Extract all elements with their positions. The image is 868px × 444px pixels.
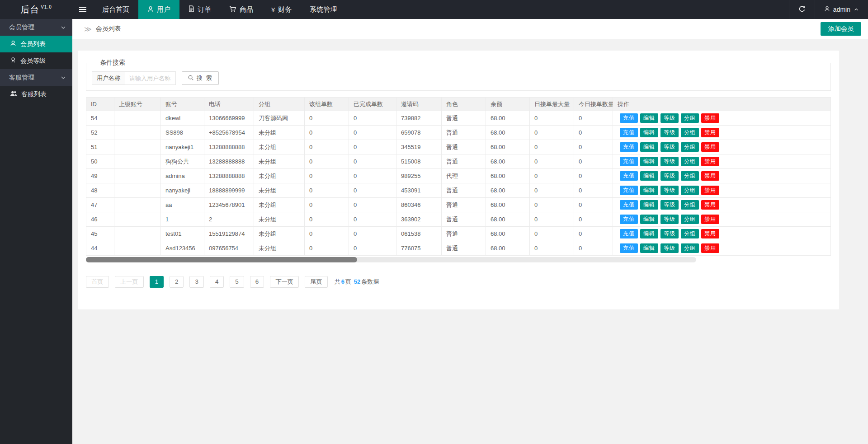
- cell-today-orders: 0: [574, 154, 613, 169]
- page-button-下一页[interactable]: 下一页: [270, 276, 299, 288]
- level-button[interactable]: 等级: [660, 243, 679, 253]
- level-button[interactable]: 等级: [660, 229, 679, 238]
- recharge-button[interactable]: 充值: [620, 186, 638, 195]
- recharge-button[interactable]: 充值: [620, 142, 638, 152]
- cell-actions: 充值编辑等级分组禁用: [613, 126, 831, 140]
- page-button-6[interactable]: 6: [250, 276, 264, 288]
- disable-button[interactable]: 禁用: [701, 186, 719, 195]
- member-table: ID上级账号账号电话分组该组单数已完成单数邀请码角色余额日接单最大量今日接单数量…: [86, 97, 831, 256]
- level-button[interactable]: 等级: [660, 113, 679, 123]
- username-input[interactable]: [125, 71, 176, 85]
- page-button-首页: 首页: [86, 276, 109, 288]
- edit-button[interactable]: 编辑: [640, 171, 658, 181]
- refresh-icon: [798, 5, 806, 14]
- group-button[interactable]: 分组: [681, 200, 699, 210]
- table-row: 51nanyakeji113288888888未分组00345519普通68.0…: [86, 140, 831, 154]
- level-button[interactable]: 等级: [660, 157, 679, 166]
- sidebar-group-service-mgmt[interactable]: 客服管理: [0, 69, 72, 86]
- disable-button[interactable]: 禁用: [701, 229, 719, 238]
- nav-item-orders[interactable]: 订单: [179, 0, 220, 19]
- recharge-button[interactable]: 充值: [620, 215, 638, 224]
- group-button[interactable]: 分组: [681, 243, 699, 253]
- edit-button[interactable]: 编辑: [640, 113, 658, 123]
- group-button[interactable]: 分组: [681, 157, 699, 166]
- group-button[interactable]: 分组: [681, 186, 699, 195]
- level-button[interactable]: 等级: [660, 215, 679, 224]
- horizontal-scrollbar-thumb[interactable]: [86, 257, 357, 262]
- level-button[interactable]: 等级: [660, 128, 679, 137]
- edit-button[interactable]: 编辑: [640, 243, 658, 253]
- page-button-尾页[interactable]: 尾页: [305, 276, 328, 288]
- admin-menu[interactable]: admin: [815, 0, 868, 19]
- group-button[interactable]: 分组: [681, 215, 699, 224]
- recharge-button[interactable]: 充值: [620, 200, 638, 210]
- edit-button[interactable]: 编辑: [640, 128, 658, 137]
- disable-button[interactable]: 禁用: [701, 157, 719, 166]
- level-button[interactable]: 等级: [660, 142, 679, 152]
- disable-button[interactable]: 禁用: [701, 200, 719, 210]
- sidebar-group-label: 会员管理: [9, 23, 34, 32]
- edit-button[interactable]: 编辑: [640, 157, 658, 166]
- recharge-button[interactable]: 充值: [620, 128, 638, 137]
- disable-button[interactable]: 禁用: [701, 128, 719, 137]
- group-button[interactable]: 分组: [681, 229, 699, 238]
- recharge-button[interactable]: 充值: [620, 171, 638, 181]
- edit-button[interactable]: 编辑: [640, 215, 658, 224]
- cell-completed-orders: 0: [349, 169, 396, 183]
- add-member-button[interactable]: 添加会员: [821, 22, 861, 36]
- cell-invite-code: 659078: [396, 126, 442, 140]
- group-button[interactable]: 分组: [681, 113, 699, 123]
- cell-account: SS898: [161, 126, 204, 140]
- disable-button[interactable]: 禁用: [701, 243, 719, 253]
- edit-button[interactable]: 编辑: [640, 229, 658, 238]
- cell-parent-account: [114, 111, 161, 126]
- order-icon: [189, 5, 194, 14]
- cell-parent-account: [114, 140, 161, 154]
- cell-group: 未分组: [254, 241, 305, 256]
- nav-item-users[interactable]: 用户: [138, 0, 179, 19]
- cell-invite-code: 515008: [396, 154, 442, 169]
- cell-completed-orders: 0: [349, 227, 396, 241]
- horizontal-scrollbar-track[interactable]: [86, 257, 696, 262]
- cell-id: 50: [86, 154, 114, 169]
- cell-invite-code: 860346: [396, 198, 442, 212]
- sidebar-item-member-list[interactable]: 会员列表: [0, 36, 72, 52]
- sidebar-item-service-list[interactable]: 客服列表: [0, 86, 72, 103]
- cell-id: 46: [86, 212, 114, 227]
- page-button-4[interactable]: 4: [210, 276, 224, 288]
- nav-item-goods[interactable]: 商品: [220, 0, 262, 19]
- page-button-1[interactable]: 1: [150, 276, 164, 288]
- search-button[interactable]: 搜 索: [182, 71, 219, 85]
- level-button[interactable]: 等级: [660, 200, 679, 210]
- edit-button[interactable]: 编辑: [640, 186, 658, 195]
- group-button[interactable]: 分组: [681, 171, 699, 181]
- page-button-2[interactable]: 2: [170, 276, 184, 288]
- disable-button[interactable]: 禁用: [701, 171, 719, 181]
- disable-button[interactable]: 禁用: [701, 113, 719, 123]
- recharge-button[interactable]: 充值: [620, 113, 638, 123]
- group-button[interactable]: 分组: [681, 128, 699, 137]
- recharge-button[interactable]: 充值: [620, 157, 638, 166]
- disable-button[interactable]: 禁用: [701, 215, 719, 224]
- refresh-button[interactable]: [789, 0, 815, 19]
- group-button[interactable]: 分组: [681, 142, 699, 152]
- hamburger-icon[interactable]: [72, 0, 93, 19]
- cell-id: 54: [86, 111, 114, 126]
- disable-button[interactable]: 禁用: [701, 142, 719, 152]
- recharge-button[interactable]: 充值: [620, 229, 638, 238]
- recharge-button[interactable]: 充值: [620, 243, 638, 253]
- edit-button[interactable]: 编辑: [640, 142, 658, 152]
- nav-item-home[interactable]: 后台首页: [93, 0, 138, 19]
- level-button[interactable]: 等级: [660, 186, 679, 195]
- nav-item-system[interactable]: 系统管理: [301, 0, 346, 19]
- sidebar-item-member-level[interactable]: 会员等级: [0, 52, 72, 69]
- nav-item-finance[interactable]: ¥ 财务: [262, 0, 301, 19]
- level-button[interactable]: 等级: [660, 171, 679, 181]
- page-button-3[interactable]: 3: [189, 276, 203, 288]
- cell-account: test01: [161, 227, 204, 241]
- page-button-5[interactable]: 5: [230, 276, 244, 288]
- sidebar-group-member-mgmt[interactable]: 会员管理: [0, 19, 72, 36]
- edit-button[interactable]: 编辑: [640, 200, 658, 210]
- table-header: ID上级账号账号电话分组该组单数已完成单数邀请码角色余额日接单最大量今日接单数量…: [86, 98, 831, 111]
- cell-account: Asd123456: [161, 241, 204, 256]
